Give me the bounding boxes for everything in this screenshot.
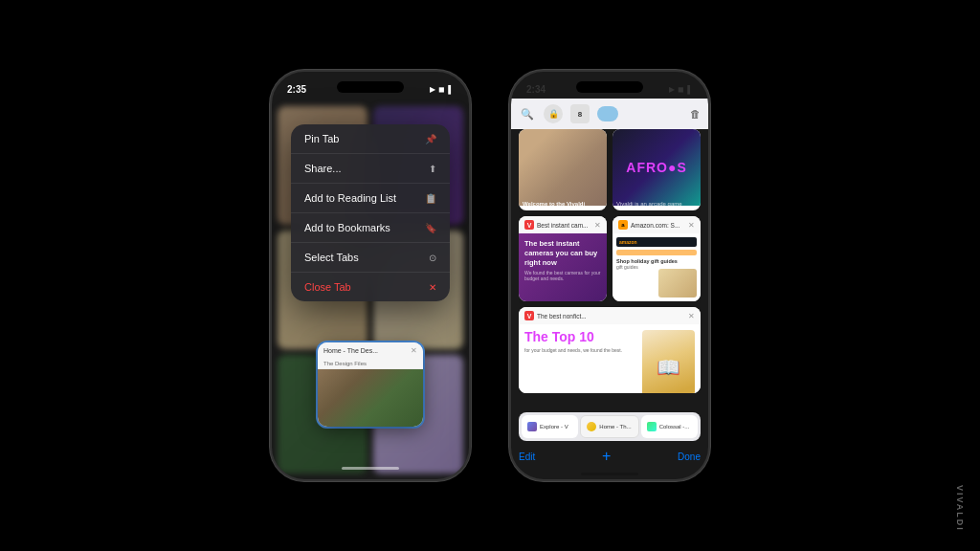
tab-top10-header: V The best nonfict... ✕ [519, 307, 701, 324]
dynamic-island-left [337, 81, 404, 93]
top10-title: The Top 10 [524, 330, 636, 344]
tab-card-subtitle: The Design Files [318, 359, 423, 369]
tab-strip-explore[interactable]: Explore - V [522, 415, 578, 438]
amazon-logo: amazon [619, 239, 637, 245]
done-button[interactable]: Done [678, 452, 701, 462]
tab-afro-content: AFRO●S Vivaldi is an arcade game [612, 129, 701, 206]
menu-item-bookmarks[interactable]: Add to Bookmarks 🔖 [291, 213, 450, 243]
tab-vivaldi-content: Welcome to the Vivaldi [519, 129, 607, 206]
dynamic-island-right [576, 81, 643, 93]
phone-left: 2:35 ▶ ◼ ▌ Pin Tab 📌 [270, 70, 471, 481]
menu-item-close-tab[interactable]: Close Tab ✕ [291, 273, 450, 301]
menu-item-pin-label: Pin Tab [304, 133, 340, 144]
tab-card-header: Home - The Des... ✕ [318, 342, 423, 359]
close-tab-icon: ✕ [429, 282, 436, 293]
select-tabs-icon: ⊙ [429, 253, 436, 263]
tab-amazon-favicon: a [618, 220, 628, 230]
bookmark-icon: 🔖 [425, 223, 436, 233]
camera-subtext: We found the best cameras for your budge… [524, 270, 601, 281]
tab-cell-top10[interactable]: V The best nonfict... ✕ The Top 10 for y… [519, 307, 701, 393]
menu-item-share[interactable]: Share... ⬆ [291, 154, 450, 184]
tab-top10-favicon: V [524, 311, 534, 320]
tab-camera-title: Best instant cam... [537, 222, 591, 229]
lock-icon[interactable]: 🔒 [544, 104, 563, 123]
tab-cell-amazon[interactable]: a Amazon.com: S... ✕ amazon Shop holiday… [612, 216, 701, 301]
browser-toolbar: 🔍 🔒 8 🗑 [511, 99, 708, 129]
tab-card-title: Home - The Des... [323, 347, 378, 354]
tab-strip-explore-label: Explore - V [540, 424, 568, 430]
vivaldi-watermark: VIVALDI [955, 485, 965, 532]
tab-amazon-header: a Amazon.com: S... ✕ [612, 216, 701, 233]
tab-amazon-close[interactable]: ✕ [688, 221, 695, 230]
menu-item-share-label: Share... [304, 163, 342, 174]
amazon-promo-image [658, 269, 697, 298]
tabs-grid: Welcome to the Vivaldi AFRO●S Vivaldi is… [519, 129, 701, 393]
tab-strip-colossal[interactable]: Colossal -... [641, 415, 698, 438]
tab-top10-title: The best nonfict... [537, 313, 685, 320]
browser-bottom-bar: Edit + Done [519, 443, 701, 470]
tab-card-close-button[interactable]: ✕ [411, 346, 417, 355]
sync-icon[interactable] [597, 106, 618, 121]
menu-item-pin[interactable]: Pin Tab 📌 [291, 124, 450, 154]
tab-camera-favicon: V [524, 220, 534, 230]
tab-camera-header: V Best instant cam... ✕ [519, 216, 607, 233]
tab-strip-colossal-favicon [647, 422, 657, 431]
active-tab-card: Home - The Des... ✕ The Design Files [318, 342, 423, 427]
status-icons-left: ▶ ◼ ▌ [430, 85, 454, 94]
home-indicator-right [581, 473, 638, 475]
signal-icon-right: ▶ [669, 85, 675, 94]
add-tab-button[interactable]: + [602, 448, 611, 465]
tab-strip-colossal-label: Colossal -... [659, 424, 690, 430]
tab-camera-close[interactable]: ✕ [594, 221, 601, 230]
tab-strip-explore-favicon [527, 422, 537, 431]
status-time-left: 2:35 [287, 84, 306, 95]
menu-item-close-label: Close Tab [304, 281, 351, 293]
phone-right: 2:34 ▶ ◼ ▌ 🔍 🔒 8 🗑 Welc [509, 70, 710, 481]
tab-card-image [318, 369, 423, 427]
wifi-icon-right: ◼ [678, 85, 684, 94]
tab-amazon-content: amazon Shop holiday gift guides gift gui… [612, 233, 701, 301]
tab-top10-close[interactable]: ✕ [688, 312, 695, 320]
reading-list-icon: 📋 [425, 193, 436, 204]
top10-description: for your budget and needs, we found the … [524, 347, 636, 354]
amazon-header-bar: amazon [616, 237, 697, 247]
tab-amazon-title: Amazon.com: S... [631, 222, 685, 229]
tab-top10-content: The Top 10 for your budget and needs, we… [519, 324, 701, 393]
tab-count-icon[interactable]: 8 [570, 104, 590, 123]
amazon-search-bar [616, 250, 697, 255]
status-time-right: 2:34 [526, 84, 546, 95]
search-icon[interactable]: 🔍 [519, 105, 536, 122]
top10-book-image: 📖 [642, 330, 695, 393]
battery-icon-right: ▌ [687, 85, 693, 94]
menu-item-reading-list[interactable]: Add to Reading List 📋 [291, 184, 450, 213]
context-menu: Pin Tab 📌 Share... ⬆ Add to Reading List… [291, 124, 450, 301]
tab-cell-vivaldi[interactable]: Welcome to the Vivaldi [519, 129, 607, 210]
status-icons-right: ▶ ◼ ▌ [669, 85, 693, 94]
menu-item-select-tabs[interactable]: Select Tabs ⊙ [291, 243, 450, 273]
menu-item-bookmarks-label: Add to Bookmarks [304, 222, 390, 233]
tab-cell-afro[interactable]: AFRO●S Vivaldi is an arcade game [612, 129, 701, 210]
afro-tab-label: Vivaldi is an arcade game [616, 201, 682, 207]
trash-icon[interactable]: 🗑 [690, 108, 701, 120]
tab-cell-camera[interactable]: V Best instant cam... ✕ The best instant… [519, 216, 607, 301]
afro-game-text: AFRO●S [626, 160, 686, 175]
wifi-icon: ◼ [438, 85, 445, 94]
menu-item-reading-label: Add to Reading List [304, 192, 396, 204]
phones-container: 2:35 ▶ ◼ ▌ Pin Tab 📌 [270, 70, 710, 481]
tab-strip-home[interactable]: Home - Th... [580, 415, 638, 438]
tab-strip-home-favicon [587, 422, 596, 431]
camera-heading: The best instant cameras you can buy rig… [524, 239, 601, 267]
tab-camera-content: The best instant cameras you can buy rig… [519, 233, 607, 301]
edit-button[interactable]: Edit [519, 452, 535, 462]
pin-icon: 📌 [425, 134, 436, 144]
home-indicator-left [342, 467, 399, 470]
signal-icon: ▶ [430, 85, 435, 94]
share-icon: ⬆ [429, 164, 436, 174]
top10-text-block: The Top 10 for your budget and needs, we… [524, 330, 636, 393]
tab-strip-home-label: Home - Th... [599, 424, 631, 430]
tab-strip: Explore - V Home - Th... Colossal -... [519, 412, 701, 441]
vivaldi-tab-label: Welcome to the Vivaldi [523, 201, 585, 207]
battery-icon: ▌ [448, 85, 454, 94]
menu-item-select-label: Select Tabs [304, 252, 359, 263]
